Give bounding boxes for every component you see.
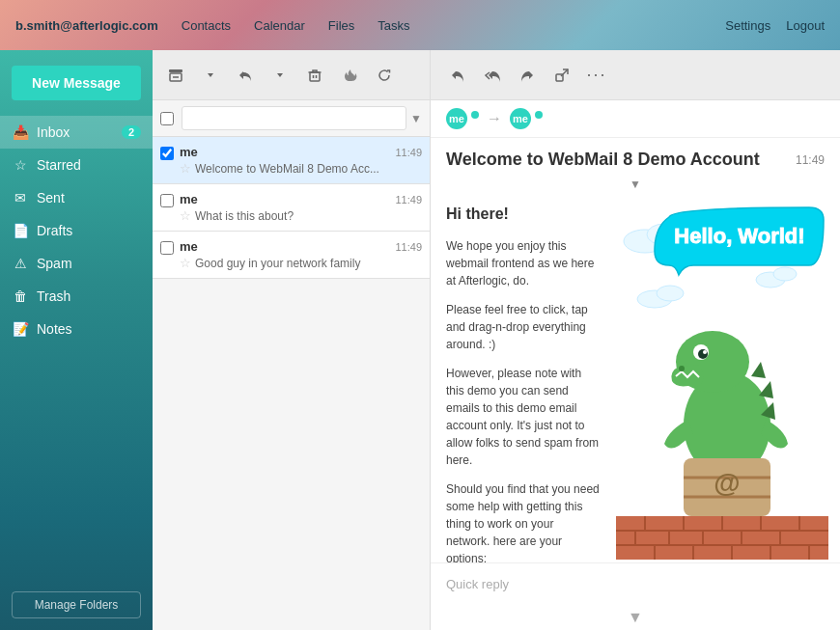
- topnav-right-actions: Settings Logout: [725, 18, 825, 33]
- notes-icon: 📝: [12, 320, 29, 338]
- online-indicator: [471, 111, 479, 119]
- sidebar-item-starred[interactable]: ☆ Starred: [0, 149, 153, 181]
- email-list: me 11:49 ☆ Welcome to WebMail 8 Demo Acc…: [153, 137, 430, 630]
- notes-label: Notes: [37, 321, 141, 337]
- sidebar-item-trash[interactable]: 🗑 Trash: [0, 280, 153, 313]
- sidebar-item-drafts[interactable]: 📄 Drafts: [0, 214, 153, 247]
- sidebar-item-notes[interactable]: 📝 Notes: [0, 313, 153, 345]
- email-meta-bar: me → me: [431, 100, 840, 138]
- svg-point-17: [703, 350, 707, 354]
- email-time-2: 11:49: [395, 241, 422, 253]
- from-avatar: me: [446, 108, 467, 129]
- ellipsis-icon: ···: [586, 65, 606, 85]
- email-checkbox-1[interactable]: [160, 194, 174, 207]
- sidebar: New Message 📥 Inbox 2 ☆ Starred ✉ Sent 📄…: [0, 50, 153, 630]
- inbox-icon: 📥: [12, 123, 29, 141]
- starred-label: Starred: [37, 157, 141, 173]
- email-item-content-2: me 11:49 ☆ Good guy in your network fami…: [180, 239, 422, 270]
- sent-label: Sent: [37, 190, 141, 205]
- email-list-panel: ▼ me 11:49 ☆ Welcome to WebMail 8 Demo A…: [153, 50, 431, 630]
- spam-label: Spam: [37, 256, 141, 271]
- sidebar-item-sent[interactable]: ✉ Sent: [0, 181, 153, 214]
- main-layout: New Message 📥 Inbox 2 ☆ Starred ✉ Sent 📄…: [0, 50, 840, 630]
- reply-email-button[interactable]: [442, 60, 473, 91]
- email-item[interactable]: me 11:49 ☆ Good guy in your network fami…: [153, 232, 430, 279]
- svg-point-18: [679, 366, 685, 371]
- star-icon-2[interactable]: ☆: [180, 256, 191, 270]
- email-body: Hi there! We hope you enjoy this webmail…: [431, 195, 840, 562]
- email-item-header-0: me 11:49: [180, 145, 422, 159]
- to-avatar: me: [510, 108, 531, 129]
- email-item-content-0: me 11:49 ☆ Welcome to WebMail 8 Demo Acc…: [180, 145, 422, 176]
- body-paragraph-3: However, please note with this demo you …: [446, 365, 601, 469]
- email-timestamp: 11:49: [796, 153, 825, 167]
- search-bar: ▼: [153, 100, 430, 137]
- nav-files[interactable]: Files: [328, 18, 354, 33]
- email-item-footer-0: ☆ Welcome to WebMail 8 Demo Acc...: [180, 161, 422, 176]
- logout-link[interactable]: Logout: [786, 18, 825, 33]
- email-sender-0: me: [180, 145, 198, 159]
- manage-folders-button[interactable]: Manage Folders: [12, 591, 141, 618]
- email-body-text: Hi there! We hope you enjoy this webmail…: [446, 203, 601, 555]
- new-message-button[interactable]: New Message: [12, 66, 141, 100]
- email-checkbox-2[interactable]: [160, 241, 174, 255]
- inbox-label: Inbox: [37, 124, 122, 140]
- reply-all-email-button[interactable]: [477, 60, 508, 91]
- drafts-label: Drafts: [37, 223, 141, 238]
- quick-reply-bar[interactable]: Quick reply: [431, 562, 840, 605]
- email-expand-button[interactable]: ▼: [431, 174, 840, 195]
- svg-text:Hello, World!: Hello, World!: [674, 224, 804, 248]
- quick-reply-placeholder: Quick reply: [446, 577, 509, 591]
- svg-rect-2: [310, 72, 320, 81]
- flame-button[interactable]: [334, 60, 365, 91]
- archive-button[interactable]: [160, 60, 191, 91]
- nav-contacts[interactable]: Contacts: [182, 18, 231, 33]
- refresh-button[interactable]: [369, 60, 400, 91]
- svg-point-9: [773, 267, 797, 281]
- select-all-checkbox[interactable]: [160, 112, 174, 125]
- email-item-footer-2: ☆ Good guy in your network family: [180, 256, 422, 270]
- nav-tasks[interactable]: Tasks: [378, 18, 409, 33]
- email-subject-0: Welcome to WebMail 8 Demo Acc...: [195, 162, 422, 176]
- sidebar-item-inbox[interactable]: 📥 Inbox 2: [0, 116, 153, 149]
- email-view-toolbar: ···: [431, 50, 840, 100]
- delete-button[interactable]: [299, 60, 330, 91]
- body-paragraph-0: Hi there!: [446, 203, 601, 226]
- svg-rect-0: [169, 69, 182, 72]
- email-list-toolbar: [153, 50, 430, 100]
- star-icon-0[interactable]: ☆: [180, 161, 191, 176]
- search-input[interactable]: [182, 106, 406, 130]
- email-item-header-2: me 11:49: [180, 239, 422, 254]
- email-item-header-1: me 11:49: [180, 192, 422, 206]
- open-email-button[interactable]: [546, 60, 577, 91]
- star-icon-1[interactable]: ☆: [180, 208, 191, 223]
- svg-point-11: [657, 286, 684, 301]
- email-time-0: 11:49: [395, 147, 422, 158]
- reply-button[interactable]: [230, 60, 261, 91]
- trash-icon: 🗑: [12, 288, 29, 305]
- email-view-panel: ··· me → me Welcome to WebMail 8 Demo Ac…: [431, 50, 840, 630]
- more-options-button[interactable]: ···: [581, 60, 612, 91]
- email-subject-title: Welcome to WebMail 8 Demo Account: [446, 150, 780, 170]
- spam-icon: ⚠: [12, 255, 29, 272]
- body-paragraph-1: We hope you enjoy this webmail frontend …: [446, 237, 601, 289]
- search-arrow-icon[interactable]: ▼: [410, 112, 422, 125]
- trash-label: Trash: [37, 288, 141, 304]
- sent-icon: ✉: [12, 189, 29, 206]
- inbox-badge: 2: [122, 125, 141, 139]
- email-checkbox-0[interactable]: [160, 147, 174, 160]
- archive-dropdown-button[interactable]: [195, 60, 226, 91]
- starred-icon: ☆: [12, 156, 29, 174]
- email-sender-2: me: [180, 239, 198, 254]
- to-online-indicator: [535, 111, 543, 119]
- email-sender-1: me: [180, 192, 198, 206]
- svg-point-16: [698, 349, 708, 359]
- sidebar-item-spam[interactable]: ⚠ Spam: [0, 247, 153, 280]
- email-item[interactable]: me 11:49 ☆ What is this about?: [153, 184, 430, 232]
- forward-email-button[interactable]: [512, 60, 543, 91]
- settings-link[interactable]: Settings: [725, 18, 770, 33]
- nav-calendar[interactable]: Calendar: [254, 18, 305, 33]
- email-item-footer-1: ☆ What is this about?: [180, 208, 422, 223]
- reply-dropdown-button[interactable]: [265, 60, 295, 91]
- email-item[interactable]: me 11:49 ☆ Welcome to WebMail 8 Demo Acc…: [153, 137, 430, 184]
